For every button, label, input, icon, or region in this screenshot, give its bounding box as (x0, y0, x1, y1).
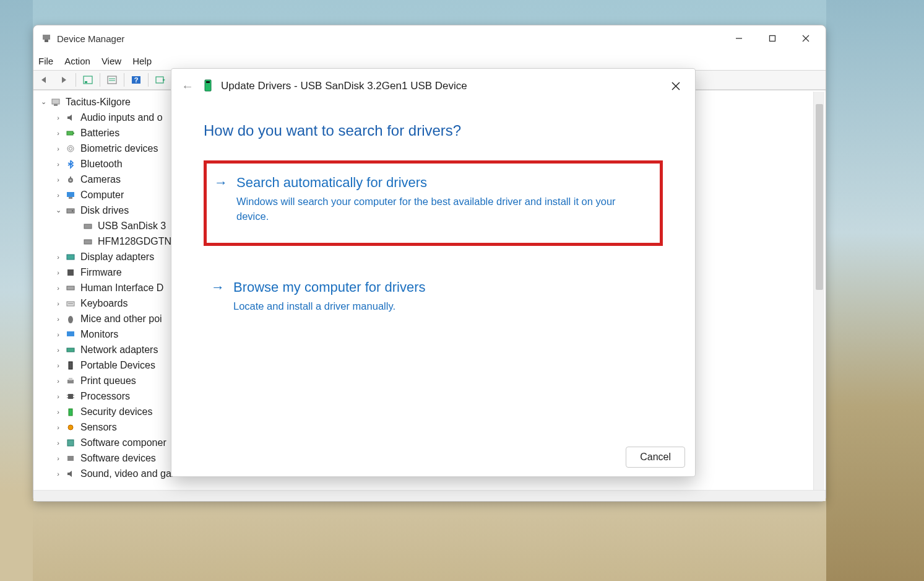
hid-icon (64, 282, 77, 294)
option-search-automatically[interactable]: → Search automatically for drivers Windo… (204, 160, 663, 246)
chevron-right-icon[interactable]: › (53, 114, 63, 121)
svg-rect-32 (84, 240, 92, 244)
maximize-button[interactable] (764, 30, 781, 47)
svg-rect-51 (67, 440, 74, 446)
svg-rect-18 (54, 104, 58, 106)
chevron-down-icon[interactable]: ⌄ (53, 206, 63, 214)
dialog-back-button: ← (181, 79, 194, 94)
horizontal-scrollbar[interactable] (33, 490, 826, 501)
device-icon (204, 79, 215, 93)
printer-icon (64, 375, 77, 387)
svg-rect-15 (156, 77, 163, 83)
show-hide-tree-icon[interactable] (80, 72, 96, 87)
app-icon (41, 33, 52, 44)
menu-file[interactable]: File (38, 56, 53, 66)
close-button[interactable] (797, 30, 814, 47)
component-icon (64, 437, 77, 448)
chevron-right-icon[interactable]: › (53, 439, 63, 447)
cpu-icon (64, 391, 77, 402)
menu-view[interactable]: View (101, 56, 121, 66)
svg-marker-16 (163, 79, 165, 81)
minimize-button[interactable] (730, 30, 748, 47)
chevron-right-icon[interactable]: › (53, 253, 63, 261)
monitor-icon (64, 329, 77, 340)
menubar: File Action View Help (33, 51, 826, 70)
chevron-right-icon[interactable]: › (53, 424, 63, 431)
svg-marker-19 (67, 115, 72, 121)
menu-help[interactable]: Help (132, 56, 152, 66)
software-device-icon (64, 453, 77, 464)
chevron-down-icon[interactable]: ⌄ (38, 98, 48, 106)
svg-rect-29 (67, 209, 74, 213)
cancel-button[interactable]: Cancel (626, 447, 685, 468)
scan-hardware-icon[interactable] (152, 72, 168, 87)
svg-rect-9 (85, 81, 87, 83)
dialog-close-button[interactable] (667, 77, 685, 95)
titlebar[interactable]: Device Manager (33, 25, 826, 51)
fingerprint-icon (64, 143, 77, 154)
chevron-right-icon[interactable]: › (53, 284, 63, 292)
chevron-right-icon[interactable]: › (53, 269, 63, 276)
monitor-icon (64, 190, 77, 201)
svg-rect-33 (67, 255, 74, 260)
option-title: Search automatically for drivers (236, 175, 427, 191)
chevron-right-icon[interactable]: › (53, 470, 63, 478)
properties-icon[interactable] (104, 72, 120, 87)
nav-forward-icon[interactable] (56, 72, 72, 87)
arrow-right-icon: → (214, 175, 228, 191)
gpu-icon (64, 251, 77, 263)
window-title: Device Manager (57, 33, 124, 44)
chevron-right-icon[interactable]: › (53, 331, 63, 338)
svg-point-25 (69, 179, 71, 181)
chevron-right-icon[interactable]: › (53, 377, 63, 385)
help-icon[interactable]: ? (128, 72, 144, 87)
svg-rect-41 (69, 362, 72, 369)
svg-rect-31 (84, 224, 92, 229)
dialog-heading: How do you want to search for drivers? (171, 103, 695, 142)
network-icon (64, 344, 77, 356)
chevron-right-icon[interactable]: › (53, 346, 63, 354)
disk-icon (82, 236, 94, 247)
update-drivers-dialog: ← Update Drivers - USB SanDisk 3.2Gen1 U… (171, 68, 696, 477)
chevron-right-icon[interactable]: › (53, 362, 63, 369)
computer-icon (50, 97, 62, 108)
menu-action[interactable]: Action (64, 56, 90, 66)
svg-point-50 (68, 425, 73, 430)
svg-rect-28 (69, 197, 72, 199)
svg-rect-40 (67, 348, 74, 352)
camera-icon (64, 174, 77, 185)
svg-rect-49 (69, 409, 72, 416)
svg-rect-26 (70, 177, 71, 178)
keyboard-icon (64, 298, 77, 309)
svg-rect-52 (67, 456, 74, 461)
chevron-right-icon[interactable]: › (53, 300, 63, 307)
svg-rect-17 (52, 99, 59, 104)
option-title: Browse my computer for drivers (233, 279, 426, 295)
arrow-right-icon: → (211, 279, 225, 295)
svg-point-38 (68, 316, 73, 323)
svg-rect-43 (69, 378, 72, 380)
chevron-right-icon[interactable]: › (53, 393, 63, 400)
chevron-right-icon[interactable]: › (53, 145, 63, 152)
option-browse-computer[interactable]: → Browse my computer for drivers Locate … (204, 272, 663, 326)
svg-rect-44 (68, 394, 73, 399)
chevron-right-icon[interactable]: › (53, 191, 63, 199)
chevron-right-icon[interactable]: › (53, 129, 63, 137)
vertical-scrollbar[interactable] (813, 92, 824, 490)
chevron-right-icon[interactable]: › (53, 455, 63, 462)
battery-icon (64, 128, 77, 139)
svg-rect-39 (67, 331, 74, 336)
svg-marker-6 (41, 77, 46, 83)
svg-rect-34 (67, 269, 74, 276)
chevron-right-icon[interactable]: › (53, 160, 63, 168)
mouse-icon (64, 313, 77, 325)
chevron-right-icon[interactable]: › (53, 315, 63, 323)
option-description: Locate and install a driver manually. (204, 295, 652, 314)
nav-back-icon[interactable] (37, 72, 53, 87)
disk-icon (82, 221, 94, 232)
sensor-icon (64, 422, 77, 433)
chevron-right-icon[interactable]: › (53, 176, 63, 183)
chevron-right-icon[interactable]: › (53, 408, 63, 416)
svg-rect-3 (770, 36, 775, 42)
disk-icon (64, 205, 77, 216)
